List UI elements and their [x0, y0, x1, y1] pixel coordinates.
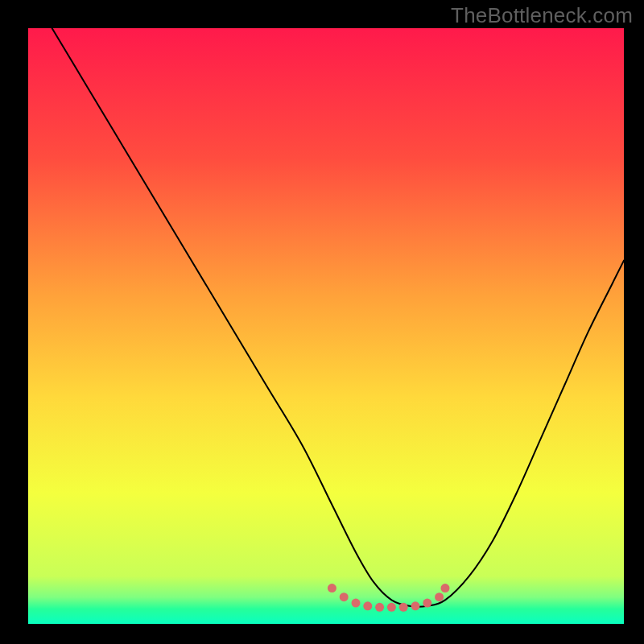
- svg-point-5: [375, 603, 384, 612]
- chart-frame: TheBottleneck.com: [0, 0, 644, 644]
- watermark-text: TheBottleneck.com: [451, 3, 633, 28]
- svg-point-1: [328, 584, 336, 592]
- svg-point-9: [423, 599, 431, 608]
- bottleneck-plot: [0, 0, 644, 644]
- svg-point-7: [399, 603, 408, 612]
- gradient-background: [28, 28, 624, 624]
- svg-point-3: [352, 599, 361, 608]
- svg-point-6: [387, 603, 396, 612]
- svg-point-8: [411, 601, 420, 610]
- svg-point-4: [363, 601, 372, 610]
- svg-point-10: [435, 592, 444, 601]
- svg-point-11: [441, 584, 450, 592]
- svg-point-2: [340, 592, 349, 601]
